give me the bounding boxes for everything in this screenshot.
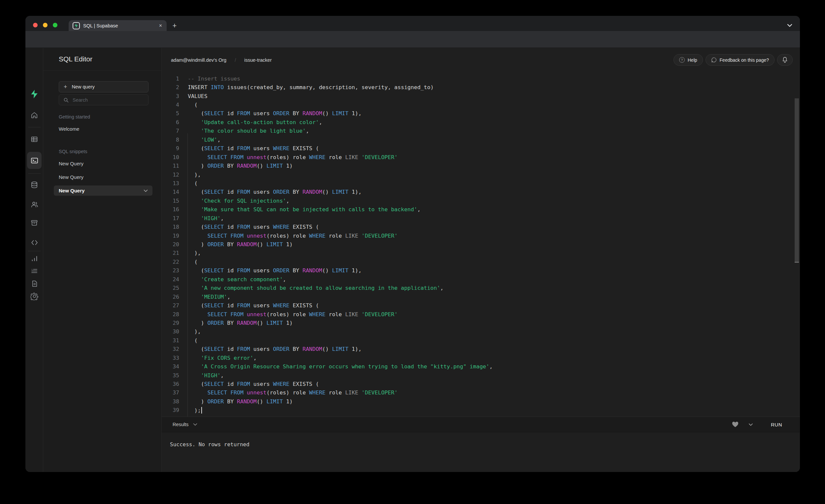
line-number: 24: [162, 276, 179, 283]
code-line[interactable]: 13 (: [162, 179, 800, 188]
feedback-button[interactable]: Feedback on this page?: [705, 54, 774, 66]
code-line[interactable]: 30 ),: [162, 328, 800, 336]
reports-icon[interactable]: [25, 255, 43, 263]
tab-close-icon[interactable]: ×: [159, 23, 162, 29]
help-button[interactable]: ? Help: [674, 54, 703, 66]
code-line[interactable]: 20 ) ORDER BY RANDOM() LIMIT 1): [162, 240, 800, 248]
code-line[interactable]: 34 'A Cross Origin Resource Sharing erro…: [162, 362, 800, 371]
code-content: (: [188, 102, 198, 108]
window-close-button[interactable]: [33, 23, 38, 27]
code-line[interactable]: 33 'Fix CORS error',: [162, 354, 800, 362]
code-line[interactable]: 17 'HIGH',: [162, 214, 800, 222]
code-line[interactable]: 36 (SELECT id FROM users WHERE EXISTS (: [162, 379, 800, 388]
notifications-button[interactable]: [777, 54, 793, 66]
code-content: 'The color should be light blue',: [188, 128, 309, 134]
code-line[interactable]: 4 (: [162, 100, 800, 109]
results-tab[interactable]: Results: [172, 422, 197, 427]
search-input[interactable]: [73, 97, 139, 103]
code-line[interactable]: 8 'LOW',: [162, 135, 800, 144]
code-content: ),: [188, 172, 201, 178]
snippet-item[interactable]: Welcome: [54, 124, 152, 134]
code-line[interactable]: 18 (SELECT id FROM users WHERE EXISTS (: [162, 222, 800, 231]
code-line[interactable]: 25 'A new component should be created to…: [162, 284, 800, 292]
code-line[interactable]: 7 'The color should be light blue',: [162, 127, 800, 135]
browser-tab[interactable]: SQL | Supabase ×: [69, 20, 167, 31]
code-line[interactable]: 6 'Update call-to-action button color',: [162, 118, 800, 126]
line-number: 5: [162, 110, 179, 117]
snippet-item-label: Welcome: [59, 126, 79, 132]
code-line[interactable]: 35 'HIGH',: [162, 371, 800, 379]
code-line[interactable]: 28 SELECT FROM unnest(roles) role WHERE …: [162, 310, 800, 318]
code-line[interactable]: 32 (SELECT id FROM users ORDER BY RANDOM…: [162, 345, 800, 354]
code-line[interactable]: 12 ),: [162, 170, 800, 179]
window-maximize-button[interactable]: [53, 23, 57, 27]
code-line[interactable]: 16 'Make sure that SQL can not be inject…: [162, 205, 800, 214]
code-line[interactable]: 5 (SELECT id FROM users ORDER BY RANDOM(…: [162, 109, 800, 118]
snippet-item-label: New Query: [59, 161, 83, 166]
snippet-item[interactable]: New Query: [54, 172, 152, 182]
code-content: ) ORDER BY RANDOM() LIMIT 1): [188, 320, 293, 326]
main-area: adam@windmill.dev's Org / issue-tracker …: [162, 48, 800, 472]
code-line[interactable]: 1-- Insert issues: [162, 74, 800, 83]
code-line[interactable]: 27 (SELECT id FROM users WHERE EXISTS (: [162, 301, 800, 309]
snippet-item[interactable]: New Query: [54, 158, 152, 169]
code-line[interactable]: 39 );: [162, 406, 800, 415]
code-content: (SELECT id FROM users WHERE EXISTS (: [188, 224, 319, 230]
main-header: adam@windmill.dev's Org / issue-tracker …: [162, 48, 800, 72]
edge-functions-icon[interactable]: [25, 239, 43, 246]
line-number: 28: [162, 311, 179, 317]
line-number: 8: [162, 137, 179, 143]
code-line[interactable]: 29 ) ORDER BY RANDOM() LIMIT 1): [162, 318, 800, 327]
storage-icon[interactable]: [25, 219, 43, 227]
code-line[interactable]: 9 (SELECT id FROM users WHERE EXISTS (: [162, 144, 800, 153]
supabase-logo-icon[interactable]: [25, 89, 43, 99]
code-content: 'HIGH',: [188, 372, 224, 378]
code-line[interactable]: 3VALUES: [162, 92, 800, 100]
breadcrumb-project[interactable]: issue-tracker: [244, 57, 272, 63]
database-icon[interactable]: [25, 181, 43, 189]
code-line[interactable]: 23 (SELECT id FROM users ORDER BY RANDOM…: [162, 266, 800, 275]
settings-gear-icon[interactable]: [25, 292, 43, 300]
new-tab-button[interactable]: +: [170, 21, 179, 30]
line-number: 6: [162, 119, 179, 126]
editor-scrollbar[interactable]: [795, 98, 799, 263]
code-line[interactable]: 22 (: [162, 258, 800, 266]
logs-icon[interactable]: [25, 267, 43, 275]
run-options-chevron-icon[interactable]: [748, 423, 753, 426]
results-body: Success. No rows returned: [162, 432, 800, 472]
docs-icon[interactable]: [25, 280, 43, 287]
code-line[interactable]: 15 'Check for SQL injections',: [162, 196, 800, 205]
line-number: 3: [162, 93, 179, 99]
feedback-bubble-icon: [711, 57, 717, 63]
code-content: 'Fix CORS error',: [188, 355, 257, 361]
breadcrumb-org[interactable]: adam@windmill.dev's Org: [171, 57, 226, 63]
code-line[interactable]: 31 (: [162, 336, 800, 345]
sql-editor-icon[interactable]: [25, 156, 43, 165]
code-line[interactable]: 37 SELECT FROM unnest(roles) role WHERE …: [162, 388, 800, 397]
run-button[interactable]: RUN: [771, 422, 782, 427]
code-line[interactable]: 2INSERT INTO issues(created_by, summary,…: [162, 83, 800, 91]
code-line[interactable]: 24 'Create search component',: [162, 275, 800, 284]
code-line[interactable]: 19 SELECT FROM unnest(roles) role WHERE …: [162, 231, 800, 240]
line-number: 10: [162, 154, 179, 160]
favorite-heart-icon[interactable]: [732, 422, 739, 427]
code-line[interactable]: 38 ) ORDER BY RANDOM() LIMIT 1): [162, 397, 800, 406]
text-cursor: [201, 407, 202, 414]
code-editor[interactable]: 1-- Insert issues2INSERT INTO issues(cre…: [162, 72, 800, 417]
search-box[interactable]: [59, 94, 149, 105]
window-minimize-button[interactable]: [43, 23, 48, 27]
code-content: VALUES: [188, 93, 208, 99]
results-bar: Results RUN: [162, 417, 800, 432]
code-line[interactable]: 14 (SELECT id FROM users ORDER BY RANDOM…: [162, 188, 800, 196]
new-query-button[interactable]: + New query: [59, 81, 149, 92]
auth-users-icon[interactable]: [25, 200, 43, 209]
home-icon[interactable]: [25, 111, 43, 119]
table-editor-icon[interactable]: [25, 135, 43, 143]
line-number: 11: [162, 163, 179, 169]
code-line[interactable]: 11 ) ORDER BY RANDOM() LIMIT 1): [162, 161, 800, 170]
snippet-item[interactable]: New Query: [54, 186, 152, 196]
code-line[interactable]: 26 'MEDIUM',: [162, 292, 800, 301]
code-line[interactable]: 10 SELECT FROM unnest(roles) role WHERE …: [162, 153, 800, 161]
code-line[interactable]: 21 ),: [162, 249, 800, 258]
tab-search-chevron-icon[interactable]: [787, 24, 792, 27]
